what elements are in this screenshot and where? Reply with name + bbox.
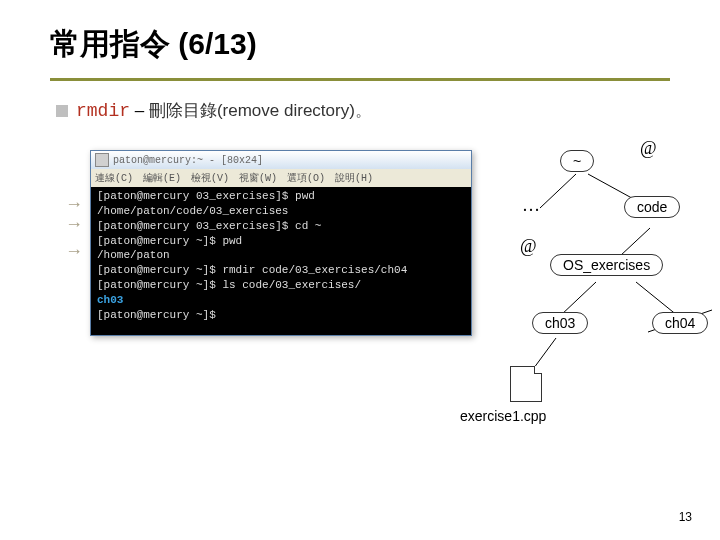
term-line: [paton@mercury ~]$ rmdir code/03_exercis…	[97, 263, 465, 278]
term-line: [paton@mercury ~]$ pwd	[97, 234, 465, 249]
bullet-line: rmdir – 刪除目錄(remove directory)。	[56, 99, 670, 122]
ellipsis: …	[522, 195, 540, 216]
terminal-body: [paton@mercury 03_exercises]$ pwd /home/…	[91, 187, 471, 335]
bullet-icon	[56, 105, 68, 117]
terminal-title: paton@mercury:~ - [80x24]	[113, 155, 263, 166]
menu-item: 視窗(W)	[239, 171, 277, 185]
term-line: /home/paton	[97, 248, 465, 263]
slide-title: 常用指令 (6/13)	[50, 24, 670, 65]
content-area: → → → paton@mercury:~ - [80x24] 連線(C) 編輯…	[50, 140, 670, 480]
arrow-icon: →	[65, 194, 83, 215]
at-annot-top: @	[640, 138, 657, 159]
svg-line-3	[560, 282, 596, 316]
dir-tree: @ ~ … code @ OS_exercises ch03 ch04 exer…	[490, 140, 720, 460]
menu-item: 編輯(E)	[143, 171, 181, 185]
at-annot-mid: @	[520, 236, 537, 257]
divider	[50, 75, 670, 81]
menu-item: 選項(O)	[287, 171, 325, 185]
menu-item: 檢視(V)	[191, 171, 229, 185]
bullet-sep: –	[130, 101, 149, 120]
console-icon	[95, 153, 109, 167]
svg-line-4	[636, 282, 678, 316]
svg-line-2	[620, 228, 650, 256]
node-ch03: ch03	[532, 312, 588, 334]
command-name: rmdir	[76, 101, 130, 121]
term-line: [paton@mercury 03_exercises]$ cd ~	[97, 219, 465, 234]
term-prompt: [paton@mercury ~]$	[97, 308, 465, 323]
menu-item: 連線(C)	[95, 171, 133, 185]
node-ch04: ch04	[652, 312, 708, 334]
term-line: /home/paton/code/03_exercises	[97, 204, 465, 219]
node-home: ~	[560, 150, 594, 172]
command-desc: 刪除目錄(remove directory)。	[149, 101, 372, 120]
term-line-highlight: ch03	[97, 293, 465, 308]
file-label: exercise1.cpp	[460, 408, 546, 424]
term-line: [paton@mercury ~]$ ls code/03_exercises/	[97, 278, 465, 293]
page-number: 13	[679, 510, 692, 524]
svg-line-0	[540, 174, 576, 208]
terminal-window: paton@mercury:~ - [80x24] 連線(C) 編輯(E) 檢視…	[90, 150, 472, 336]
menu-item: 說明(H)	[335, 171, 373, 185]
term-line: [paton@mercury 03_exercises]$ pwd	[97, 189, 465, 204]
file-icon	[510, 366, 542, 402]
arrow-icon: →	[65, 214, 83, 235]
node-code: code	[624, 196, 680, 218]
terminal-titlebar: paton@mercury:~ - [80x24]	[91, 151, 471, 169]
terminal-menubar: 連線(C) 編輯(E) 檢視(V) 視窗(W) 選項(O) 說明(H)	[91, 169, 471, 187]
arrow-icon: →	[65, 241, 83, 262]
node-os-exercises: OS_exercises	[550, 254, 663, 276]
